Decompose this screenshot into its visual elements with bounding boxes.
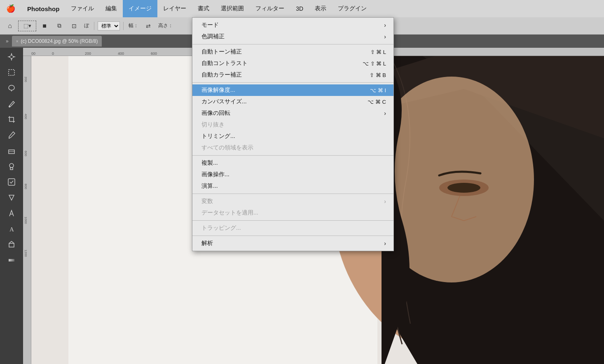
menubar-type[interactable]: 書式	[192, 0, 215, 17]
pen-tool[interactable]	[4, 206, 19, 221]
menu-item-calculations-label: 演算...	[201, 182, 218, 190]
tab-close-btn[interactable]: ×	[16, 39, 19, 44]
transform-tool[interactable]	[4, 190, 19, 205]
tab-label: (c) DCO00824.jpg @ 50% (RGB/8)	[21, 38, 98, 44]
menu-item-crop[interactable]: 切り抜き	[192, 119, 393, 131]
ruler-tick-v: 200	[24, 77, 28, 82]
svg-rect-9	[9, 243, 14, 247]
svg-point-5	[9, 163, 14, 168]
ruler-left: 200 400 600 800 1000 1200	[23, 56, 31, 364]
menu-sep-6	[192, 236, 393, 236]
ruler-tick: 200	[85, 51, 91, 56]
menu-item-rotate-label: 画像の回転	[201, 110, 230, 117]
type-tool[interactable]: A	[4, 222, 19, 236]
menubar-image[interactable]: イメージ	[123, 0, 157, 17]
blur-label: ぼ	[82, 22, 91, 29]
menu-item-trim[interactable]: トリミング...	[192, 131, 393, 142]
svg-rect-6	[10, 168, 13, 170]
menu-item-variables-arrow: ›	[384, 198, 386, 205]
sep2	[123, 22, 124, 30]
height-label: 高さ：	[157, 22, 175, 29]
eraser-tool[interactable]	[4, 143, 19, 158]
menu-item-duplicate-label: 複製...	[201, 159, 218, 167]
lasso-tool[interactable]	[4, 81, 19, 96]
menubar-layer[interactable]: レイヤー	[157, 0, 192, 17]
menubar-3d[interactable]: 3D	[290, 0, 309, 17]
ruler-tick: 00	[31, 51, 35, 56]
menu-sep-2	[192, 82, 393, 83]
menu-item-canvas-size[interactable]: カンバスサイズ... ⌥ ⌘ C	[192, 96, 393, 107]
marquee-tool[interactable]	[4, 65, 19, 80]
menubar-view[interactable]: 表示	[309, 0, 332, 17]
ruler-tick-v: 800	[24, 184, 28, 189]
menu-item-auto-contrast[interactable]: 自動コントラスト ⌥ ⇧ ⌘ L	[192, 58, 393, 69]
smart-tool[interactable]	[4, 175, 19, 189]
menu-sep-1	[192, 44, 393, 44]
menu-item-image-size[interactable]: 画像解像度... ⌥ ⌘ I	[192, 84, 393, 96]
ruler-tick: 0	[52, 51, 54, 56]
menu-item-apply-image[interactable]: 画像操作...	[192, 169, 393, 180]
svg-rect-0	[9, 70, 14, 75]
menubar-plugins[interactable]: プラグイン	[332, 0, 372, 17]
menu-item-analysis[interactable]: 解析 ›	[192, 238, 393, 249]
mode-select[interactable]: 標準	[98, 21, 120, 30]
menu-item-rotate[interactable]: 画像の回転 ›	[192, 107, 393, 119]
menu-item-mode-arrow: ›	[384, 22, 386, 28]
move-tool[interactable]	[4, 49, 19, 64]
svg-point-16	[447, 183, 480, 193]
menu-item-canvas-size-label: カンバスサイズ...	[201, 98, 247, 105]
menu-item-mode[interactable]: モード ›	[192, 19, 393, 31]
svg-rect-7	[8, 179, 15, 185]
menu-item-image-size-label: 画像解像度...	[201, 86, 235, 94]
menu-item-adjustments-arrow: ›	[384, 33, 386, 40]
apple-menu[interactable]: 🍎	[0, 4, 21, 13]
menu-item-reveal-all-label: すべての領域を表示	[201, 144, 253, 152]
stamp-tool[interactable]	[4, 159, 19, 174]
width-label: 幅：	[127, 22, 140, 29]
menubar-select[interactable]: 選択範囲	[215, 0, 250, 17]
menu-item-trap[interactable]: トラッピング...	[192, 222, 393, 234]
sep1	[94, 22, 94, 30]
eyedropper-tool[interactable]	[4, 128, 19, 142]
menu-item-adjustments[interactable]: 色調補正 ›	[192, 31, 393, 42]
menu-item-reveal-all[interactable]: すべての領域を表示	[192, 142, 393, 154]
menubar-photoshop[interactable]: Photoshop	[21, 0, 65, 17]
menu-item-duplicate[interactable]: 複製...	[192, 157, 393, 169]
svg-text:A: A	[9, 226, 14, 233]
menu-item-calculations[interactable]: 演算...	[192, 180, 393, 192]
ruler-tick-v: 600	[24, 151, 28, 156]
crop-tool[interactable]	[4, 112, 19, 127]
menu-sep-4	[192, 194, 393, 194]
menu-bar: 🍎 Photoshop ファイル 編集 イメージ レイヤー 書式 選択範囲 フィ…	[0, 0, 604, 17]
document-tab[interactable]: × (c) DCO00824.jpg @ 50% (RGB/8)	[12, 36, 102, 47]
menu-item-auto-contrast-label: 自動コントラスト	[201, 60, 248, 67]
copy-icon[interactable]: ⧉	[53, 21, 66, 31]
menubar-file[interactable]: ファイル	[65, 0, 100, 17]
width-swap-icon[interactable]: ⇄	[142, 21, 155, 31]
svg-rect-10	[9, 259, 14, 261]
rect-tool-icon[interactable]: ■	[38, 21, 51, 31]
tab-arrows[interactable]: »	[3, 38, 11, 44]
menu-item-apply-dataset[interactable]: データセットを適用...	[192, 207, 393, 219]
menu-item-auto-contrast-shortcut: ⌥ ⇧ ⌘ L	[363, 61, 386, 67]
menu-item-rotate-arrow: ›	[384, 110, 386, 117]
menu-item-auto-color[interactable]: 自動カラー補正 ⇧ ⌘ B	[192, 69, 393, 81]
menu-item-trap-label: トラッピング...	[201, 224, 241, 232]
menubar-edit[interactable]: 編集	[100, 0, 123, 17]
menu-item-canvas-size-shortcut: ⌥ ⌘ C	[368, 99, 386, 105]
marquee-tool-icon[interactable]: ⬚▾	[18, 21, 36, 31]
ruler-tick-v: 1200	[24, 250, 28, 257]
menu-item-analysis-arrow: ›	[384, 240, 386, 247]
brush-tool[interactable]	[4, 96, 19, 111]
shape-tool[interactable]	[4, 237, 19, 252]
menu-item-variables[interactable]: 変数 ›	[192, 196, 393, 207]
menu-item-apply-dataset-label: データセットを適用...	[201, 209, 258, 217]
menubar-filter[interactable]: フィルター	[250, 0, 290, 17]
gradient-tool[interactable]	[4, 253, 19, 268]
menu-item-image-size-shortcut: ⌥ ⌘ I	[370, 87, 386, 93]
menu-item-auto-color-shortcut: ⇧ ⌘ B	[370, 72, 386, 78]
menu-item-adjustments-label: 色調補正	[201, 33, 225, 40]
move-tool-icon[interactable]: ⌂	[3, 21, 16, 31]
menu-item-auto-tone[interactable]: 自動トーン補正 ⇧ ⌘ L	[192, 46, 393, 58]
paste-icon[interactable]: ⊡	[68, 21, 81, 31]
